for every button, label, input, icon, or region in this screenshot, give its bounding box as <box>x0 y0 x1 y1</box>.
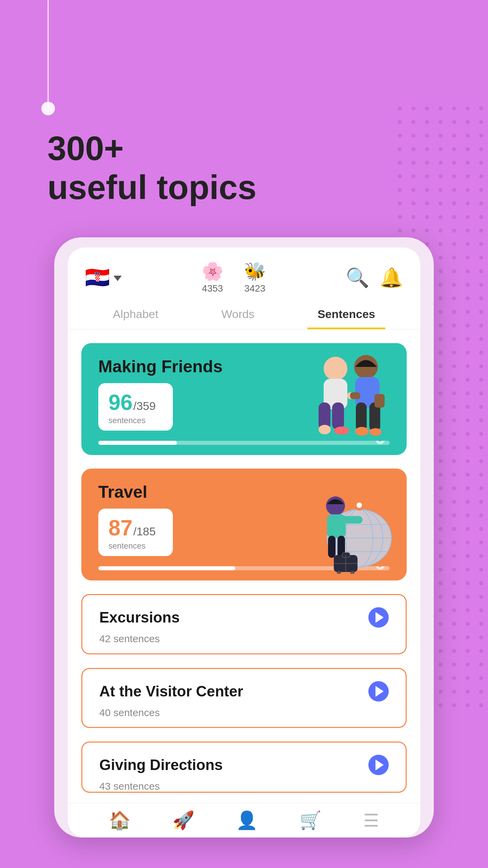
travel-progress-box: 87 /185 sentences <box>98 509 173 556</box>
phone-inner: 🇭🇷 🌸 4353 🐝 3423 🔍 🔔 Alphabet <box>68 248 420 837</box>
travel-current: 87 <box>108 515 133 540</box>
svg-point-11 <box>369 428 382 436</box>
making-friends-card[interactable]: Making Friends 96 /359 sentences i <box>81 343 407 455</box>
making-friends-label: sentences <box>108 416 163 425</box>
excursions-card[interactable]: Excursions 42 sentences i <box>81 594 407 654</box>
visitor-count: 40 sentences <box>99 707 389 718</box>
tab-words[interactable]: Words <box>211 301 265 329</box>
svg-point-5 <box>334 427 349 435</box>
phone-mockup: 🇭🇷 🌸 4353 🐝 3423 🔍 🔔 Alphabet <box>54 237 434 837</box>
rocket-icon: 🚀 <box>172 810 195 831</box>
visitor-header: At the Visitor Center <box>99 681 389 702</box>
header-actions: 🔍 🔔 <box>346 267 403 289</box>
svg-point-4 <box>319 425 331 434</box>
tab-alphabet[interactable]: Alphabet <box>103 301 168 329</box>
excursions-header: Excursions <box>99 607 389 628</box>
flower-icon: 🌸 <box>202 261 224 282</box>
svg-rect-27 <box>328 536 336 558</box>
language-selector[interactable]: 🇭🇷 <box>85 265 122 290</box>
excursions-title: Excursions <box>99 609 180 626</box>
nav-home[interactable]: 🏠 <box>109 810 131 831</box>
directions-play-button[interactable] <box>368 755 389 775</box>
person-icon: 👤 <box>236 810 258 831</box>
header-stats: 🌸 4353 🐝 3423 <box>202 261 266 294</box>
giving-directions-card[interactable]: Giving Directions 43 sentences <box>81 742 407 793</box>
nav-cart[interactable]: 🛒 <box>300 810 322 831</box>
svg-rect-13 <box>350 392 360 399</box>
bell-icon[interactable]: 🔔 <box>380 267 403 289</box>
content-scroll[interactable]: Making Friends 96 /359 sentences i <box>68 333 420 803</box>
nav-menu[interactable]: ☰ <box>363 810 379 831</box>
travel-illustration <box>305 486 400 574</box>
visitor-title: At the Visitor Center <box>99 683 243 700</box>
top-line-decoration <box>47 0 49 108</box>
hero-text: 300+ useful topics <box>47 129 257 207</box>
svg-rect-26 <box>342 516 363 524</box>
excursions-progress-wrap: i <box>82 654 406 654</box>
bee-count: 3423 <box>244 283 265 294</box>
excursions-play-button[interactable] <box>368 607 389 628</box>
svg-point-23 <box>357 502 362 508</box>
flag-icon: 🇭🇷 <box>85 265 110 290</box>
bee-stat: 🐝 3423 <box>244 261 266 294</box>
travel-total: /185 <box>133 525 156 538</box>
friends-illustration <box>298 350 400 448</box>
directions-count: 43 sentences <box>99 781 389 792</box>
nav-tabs: Alphabet Words Sentences <box>68 301 420 330</box>
visitor-play-button[interactable] <box>368 681 389 702</box>
hero-title-line1: 300+ <box>47 129 257 168</box>
nav-person[interactable]: 👤 <box>236 810 258 831</box>
bottom-nav: 🏠 🚀 👤 🛒 ☰ <box>68 803 420 837</box>
flower-stat: 🌸 4353 <box>202 261 224 294</box>
svg-point-0 <box>324 357 347 380</box>
play-icon <box>375 686 384 697</box>
svg-rect-3 <box>332 402 344 430</box>
making-friends-fill <box>98 441 177 445</box>
play-icon <box>375 760 384 770</box>
menu-icon: ☰ <box>363 810 379 831</box>
svg-point-10 <box>355 427 369 436</box>
making-friends-total: /359 <box>133 399 156 413</box>
nav-rocket[interactable]: 🚀 <box>172 810 195 831</box>
visitor-center-card[interactable]: At the Visitor Center 40 sentences i <box>81 668 407 728</box>
travel-fill <box>98 566 235 570</box>
tab-sentences[interactable]: Sentences <box>307 301 385 329</box>
travel-card[interactable]: Travel 87 /185 sentences i <box>81 469 407 580</box>
app-header: 🇭🇷 🌸 4353 🐝 3423 🔍 🔔 <box>68 248 420 301</box>
play-icon <box>375 612 384 623</box>
directions-title: Giving Directions <box>99 756 223 773</box>
making-friends-current: 96 <box>108 390 133 415</box>
travel-label: sentences <box>108 541 163 551</box>
home-icon: 🏠 <box>109 810 131 831</box>
making-friends-progress-box: 96 /359 sentences <box>98 383 173 431</box>
cart-icon: 🛒 <box>300 810 322 831</box>
top-circle-decoration <box>41 102 55 115</box>
excursions-count: 42 sentences <box>99 633 389 645</box>
directions-header: Giving Directions <box>99 755 389 775</box>
bee-icon: 🐝 <box>244 261 266 282</box>
search-icon[interactable]: 🔍 <box>346 267 369 289</box>
flower-count: 4353 <box>202 283 223 294</box>
hero-title-line2: useful topics <box>47 168 257 207</box>
visitor-progress-wrap: i <box>82 728 406 728</box>
chevron-down-icon <box>114 276 122 281</box>
svg-rect-14 <box>374 394 385 408</box>
